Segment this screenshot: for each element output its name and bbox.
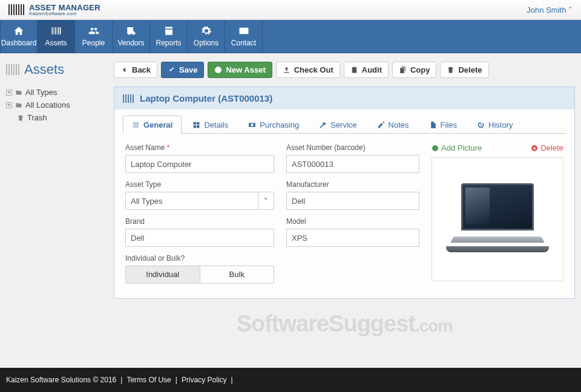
laptop-image bbox=[446, 183, 549, 256]
folder-icon bbox=[15, 89, 22, 96]
form-col-left: Asset Name * Asset Type All Types ˅ Bran… bbox=[125, 143, 274, 284]
truck-icon bbox=[126, 25, 137, 36]
tab-label: Purchasing bbox=[260, 120, 299, 129]
nav-label: People bbox=[82, 39, 105, 47]
asset-card: Laptop Computer (AST000013) General Deta… bbox=[114, 87, 575, 299]
button-label: Copy bbox=[410, 65, 430, 74]
nav-people[interactable]: People bbox=[75, 20, 113, 53]
field-label: Manufacturer bbox=[286, 180, 419, 189]
mail-icon bbox=[238, 25, 249, 36]
trash-icon bbox=[17, 114, 24, 122]
footer-copyright: Kaizen Software Solutions © 2016 bbox=[6, 376, 116, 384]
tab-details[interactable]: Details bbox=[183, 116, 237, 134]
nav-dashboard[interactable]: Dashboard bbox=[0, 20, 38, 53]
toggle-individual[interactable]: Individual bbox=[125, 266, 200, 284]
nav-label: Dashboard bbox=[1, 39, 37, 47]
field-label: Individual or Bulk? bbox=[125, 254, 274, 263]
toggle-bulk[interactable]: Bulk bbox=[200, 266, 275, 284]
back-button[interactable]: Back bbox=[114, 62, 157, 78]
field-manufacturer: Manufacturer bbox=[286, 180, 419, 210]
card-body: Asset Name * Asset Type All Types ˅ Bran… bbox=[114, 134, 574, 298]
tab-history[interactable]: History bbox=[468, 116, 522, 134]
tab-notes[interactable]: Notes bbox=[368, 116, 418, 134]
tab-label: History bbox=[488, 120, 513, 129]
bulk-toggle: Individual Bulk bbox=[125, 266, 274, 284]
field-asset-number: Asset Number (barcode) bbox=[286, 143, 419, 173]
plus-circle-icon bbox=[432, 145, 439, 152]
picture-column: Add Picture Delete bbox=[432, 143, 563, 284]
brand-name: ASSET MANAGER bbox=[29, 4, 100, 11]
copy-button[interactable]: Copy bbox=[392, 62, 437, 78]
tab-label: General bbox=[143, 120, 172, 129]
field-label: Model bbox=[286, 217, 419, 226]
model-input[interactable] bbox=[286, 229, 419, 247]
user-name: John Smith bbox=[527, 5, 566, 15]
report-icon bbox=[163, 25, 174, 36]
tree-label: All Types bbox=[25, 88, 57, 97]
list-icon bbox=[132, 121, 140, 129]
nav-label: Contact bbox=[231, 39, 256, 47]
x-circle-icon bbox=[531, 145, 538, 152]
select-value: All Types bbox=[131, 197, 163, 206]
asset-picture bbox=[432, 157, 563, 281]
barcode-icon bbox=[6, 64, 19, 75]
tab-general[interactable]: General bbox=[123, 116, 182, 134]
history-icon bbox=[477, 121, 485, 129]
footer-privacy-link[interactable]: Privacy Policy bbox=[182, 376, 227, 384]
delete-picture-link[interactable]: Delete bbox=[531, 143, 563, 152]
footer-terms-link[interactable]: Terms Of Use bbox=[126, 376, 171, 384]
field-label: Asset Name * bbox=[125, 143, 274, 152]
tree-item-all-locations[interactable]: + All Locations bbox=[6, 99, 107, 111]
nav-reports[interactable]: Reports bbox=[150, 20, 188, 53]
page-title-text: Assets bbox=[24, 62, 64, 77]
main-panel: Back Save New Asset Check Out Audit Copy bbox=[114, 62, 575, 337]
nav-assets[interactable]: Assets bbox=[38, 20, 75, 53]
tab-label: Notes bbox=[389, 120, 409, 129]
wrench-icon bbox=[319, 121, 327, 129]
watermark-domain: .com bbox=[415, 316, 452, 335]
arrow-left-icon bbox=[120, 66, 128, 74]
people-icon bbox=[88, 25, 99, 36]
tree-item-trash[interactable]: Trash bbox=[6, 111, 107, 124]
trash-icon bbox=[447, 66, 455, 74]
field-asset-type: Asset Type All Types ˅ bbox=[125, 180, 274, 210]
add-picture-link[interactable]: Add Picture bbox=[432, 143, 482, 152]
asset-number-input[interactable] bbox=[286, 155, 419, 173]
save-button[interactable]: Save bbox=[161, 62, 204, 78]
button-label: Save bbox=[179, 65, 197, 74]
new-asset-button[interactable]: New Asset bbox=[208, 62, 272, 78]
copy-icon bbox=[399, 66, 407, 74]
tab-label: Service bbox=[330, 120, 356, 129]
tab-service[interactable]: Service bbox=[310, 116, 366, 134]
field-label: Asset Number (barcode) bbox=[286, 143, 419, 152]
user-menu[interactable]: John Smith ˅ bbox=[527, 5, 573, 15]
manufacturer-input[interactable] bbox=[286, 192, 419, 210]
button-label: Audit bbox=[362, 65, 382, 74]
tab-purchasing[interactable]: Purchasing bbox=[239, 116, 308, 134]
expand-icon[interactable]: + bbox=[6, 90, 12, 96]
gear-icon bbox=[201, 25, 212, 36]
asset-name-input[interactable] bbox=[125, 155, 274, 173]
button-label: Delete bbox=[458, 65, 482, 74]
nav-label: Vendors bbox=[117, 39, 144, 47]
button-label: Back bbox=[132, 65, 151, 74]
barcode-icon bbox=[123, 94, 135, 103]
audit-button[interactable]: Audit bbox=[344, 62, 389, 78]
tab-files[interactable]: Files bbox=[420, 116, 466, 134]
plus-circle-icon bbox=[214, 66, 222, 74]
folder-icon bbox=[15, 102, 22, 109]
delete-button[interactable]: Delete bbox=[440, 62, 488, 78]
field-label: Brand bbox=[125, 217, 274, 226]
brand-input[interactable] bbox=[125, 229, 274, 247]
card-header: Laptop Computer (AST000013) bbox=[114, 87, 574, 109]
nav-options[interactable]: Options bbox=[188, 20, 225, 53]
nav-vendors[interactable]: Vendors bbox=[113, 20, 150, 53]
tab-strip: General Details Purchasing Service Notes bbox=[114, 109, 574, 134]
tree-item-all-types[interactable]: + All Types bbox=[6, 86, 107, 99]
check-out-button[interactable]: Check Out bbox=[276, 62, 340, 78]
tree-label: Trash bbox=[27, 113, 47, 122]
brand-logo: ASSET MANAGER KaizenSoftware.com bbox=[8, 4, 100, 16]
expand-icon[interactable]: + bbox=[6, 102, 12, 108]
asset-type-select[interactable]: All Types ˅ bbox=[125, 192, 274, 210]
nav-contact[interactable]: Contact bbox=[225, 20, 263, 53]
